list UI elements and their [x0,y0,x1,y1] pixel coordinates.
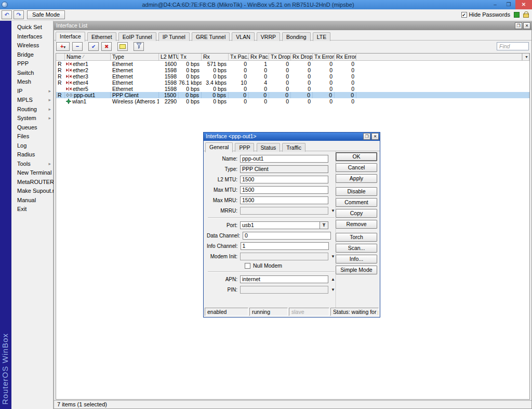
sidebar-item-ip[interactable]: IP▸ [11,87,53,96]
close-button[interactable]: ✕ [515,0,532,9]
column-select-button[interactable]: ▼ [522,54,529,60]
find-input[interactable] [497,42,529,50]
sidebar-item-new-terminal[interactable]: New Terminal [11,168,53,178]
remove-button[interactable]: Remove [336,220,377,229]
table-row[interactable]: wlan1 Wireless (Atheros 11N) 2290 0 bps … [56,98,529,104]
redo-button[interactable]: ↷ [14,10,24,19]
rx-column-header[interactable]: Rx [202,54,229,60]
dialog-close-button[interactable]: ✕ [371,133,379,140]
name-column-header[interactable]: Name∕ [65,54,111,60]
tab-gre-tunnel[interactable]: GRE Tunnel [192,32,230,41]
data-channel-input[interactable] [243,232,331,240]
sidebar-item-exit[interactable]: Exit [11,205,53,214]
tab-vlan[interactable]: VLAN [232,32,254,41]
info-button[interactable]: Info... [336,255,377,263]
hide-passwords-checkbox[interactable]: ✔ [461,12,467,18]
tab-eoip-tunnel[interactable]: EoIP Tunnel [118,32,156,41]
disable-button[interactable]: ✖ [101,42,112,51]
modem-init-dropdown-icon[interactable]: ▼ [331,254,335,259]
tx-drops-column-header[interactable]: Tx Drops [269,54,291,60]
null-modem-checkbox[interactable] [245,263,250,269]
torch-button[interactable]: Torch [336,233,377,242]
max-mtu-input[interactable] [240,186,328,194]
rx-drops-column-header[interactable]: Rx Drops [291,54,313,60]
info-channel-input[interactable] [241,242,329,250]
sidebar-item-label: Mesh [17,78,31,85]
tab-lte[interactable]: LTE [313,32,330,41]
enable-button[interactable]: ✔ [88,42,99,51]
ok-button[interactable]: OK [336,152,377,161]
l2mtu-input[interactable] [240,176,328,183]
disable-button[interactable]: Disable [336,187,377,196]
sidebar-item-log[interactable]: Log [11,141,53,151]
table-row[interactable]: ether5 Ethernet 1598 0 bps 0 bps 0 0 0 0… [56,86,529,92]
table-row[interactable]: R ether4 Ethernet 1598 76.1 kbps 3.4 kbp… [56,80,529,86]
apn-input[interactable] [240,275,328,283]
sidebar-item-bridge[interactable]: Bridge [11,50,53,60]
undo-button[interactable]: ↶ [2,10,12,19]
max-mru-input[interactable] [240,196,328,204]
rx-packet-column-header[interactable]: Rx Pac... [249,54,269,60]
close-window-button[interactable]: ✕ [523,22,530,29]
port-select-icon[interactable]: Ŧ [320,221,328,229]
tx-column-header[interactable]: Tx [179,54,202,60]
filter-button[interactable] [134,42,144,51]
dialog-tab-ppp[interactable]: PPP [235,143,254,152]
mrru-dropdown-icon[interactable]: ▼ [331,208,335,213]
minimize-button[interactable]: – [488,0,502,9]
tab-ethernet[interactable]: Ethernet [87,32,116,41]
dialog-restore-button[interactable]: ❐ [363,133,370,140]
name-input[interactable] [240,155,328,163]
sidebar-item-manual[interactable]: Manual [11,196,53,205]
comment-button[interactable]: Comment [336,198,377,207]
tab-ip-tunnel[interactable]: IP Tunnel [158,32,190,41]
sidebar-item-metarouter[interactable]: MetaROUTER [11,178,53,187]
apn-collapse-icon[interactable]: ▲ [331,277,335,282]
l2mtu-column-header[interactable]: L2 MTU [159,54,179,60]
sidebar-item-ppp[interactable]: PPP [11,59,53,69]
sidebar-item-files[interactable]: Files [11,132,53,141]
add-button[interactable]: +▾ [56,42,70,51]
sidebar-item-routing[interactable]: Routing▸ [11,105,53,114]
sidebar-item-system[interactable]: System▸ [11,114,53,123]
tx-errors-column-header[interactable]: Tx Errors [313,54,335,60]
sidebar-item-tools[interactable]: Tools▸ [11,160,53,169]
restore-window-button[interactable]: ❐ [515,22,522,29]
dialog-tab-traffic[interactable]: Traffic [282,143,305,152]
apply-button[interactable]: Apply [336,174,377,183]
sidebar-item-make-supout[interactable]: Make Supout.rif [11,187,53,196]
comment-button[interactable] [117,42,128,51]
rx-errors-column-header[interactable]: Rx Errors [335,54,356,60]
dialog-tab-status[interactable]: Status [257,143,281,152]
type-column-header[interactable]: Type [111,54,159,60]
tab-bonding[interactable]: Bonding [282,32,311,41]
sidebar-item-quick-set[interactable]: Quick Set [11,23,53,32]
copy-button[interactable]: Copy [336,209,377,218]
safe-mode-button[interactable]: Safe Mode [27,10,65,19]
remove-button[interactable]: − [72,42,83,51]
mrru-input[interactable] [240,207,328,215]
pin-input[interactable] [240,286,328,294]
sidebar-item-mpls[interactable]: MPLS▸ [11,96,53,105]
table-row-selected[interactable]: R ppp-out1 PPP Client 1500 0 bps 0 bps 0… [56,92,529,98]
cancel-button[interactable]: Cancel [336,163,377,172]
sidebar-item-mesh[interactable]: Mesh [11,77,53,87]
cell-tx-drops: 0 [269,67,291,73]
table-row[interactable]: R ether1 Ethernet 1600 0 bps 571 bps 0 1… [56,61,529,67]
state-column-header[interactable] [56,54,65,60]
table-row[interactable]: R ether3 Ethernet 1598 0 bps 0 bps 0 0 0… [56,73,529,80]
tx-packet-column-header[interactable]: Tx Pac... [229,54,249,60]
pin-dropdown-icon[interactable]: ▼ [331,287,335,292]
sidebar-item-wireless[interactable]: Wireless [11,41,53,50]
scan-button[interactable]: Scan... [336,244,377,253]
sidebar-item-queues[interactable]: Queues [11,123,53,133]
modem-init-input[interactable] [240,253,328,260]
sidebar-item-switch[interactable]: Switch [11,69,53,78]
port-input[interactable] [240,221,320,229]
sidebar-item-interfaces[interactable]: Interfaces [11,32,53,42]
restore-button[interactable]: ❐ [502,0,515,9]
table-row[interactable]: R ether2 Ethernet 1598 0 bps 0 bps 0 0 0… [56,67,529,73]
simple-mode-button[interactable]: Simple Mode [336,266,377,274]
tab-vrrp[interactable]: VRRP [257,32,280,41]
sidebar-item-radius[interactable]: Radius [11,150,53,160]
